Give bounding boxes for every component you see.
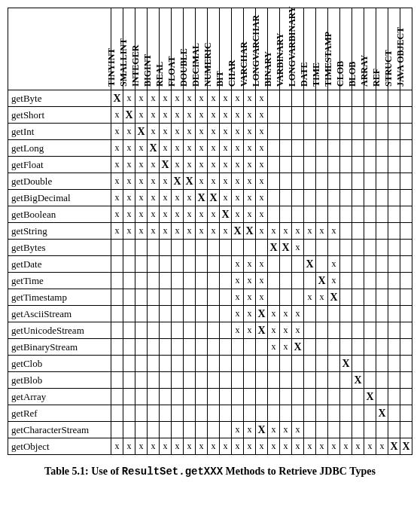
data-cell: x bbox=[196, 124, 208, 140]
data-cell: x bbox=[244, 190, 256, 206]
table-row: getClobX bbox=[8, 356, 412, 372]
data-cell bbox=[135, 240, 148, 256]
data-cell: x bbox=[220, 107, 232, 124]
data-cell bbox=[316, 240, 328, 256]
data-cell bbox=[352, 306, 364, 322]
data-cell bbox=[208, 422, 220, 438]
data-cell bbox=[184, 339, 196, 356]
column-label: VARCHAR bbox=[239, 41, 250, 87]
data-cell bbox=[364, 422, 376, 438]
data-cell: x bbox=[208, 173, 220, 190]
data-cell: x bbox=[208, 140, 220, 157]
data-cell: x bbox=[244, 289, 256, 306]
data-cell bbox=[400, 289, 412, 306]
data-cell: x bbox=[196, 140, 208, 157]
data-cell bbox=[328, 107, 340, 124]
data-cell bbox=[316, 422, 328, 438]
data-cell: x bbox=[172, 438, 184, 455]
data-cell: x bbox=[148, 438, 160, 455]
data-cell bbox=[172, 339, 184, 356]
data-cell bbox=[208, 372, 220, 389]
data-cell: x bbox=[220, 124, 232, 140]
data-cell bbox=[364, 339, 376, 356]
data-cell bbox=[328, 206, 340, 223]
data-cell: x bbox=[111, 157, 123, 173]
data-cell bbox=[352, 140, 364, 157]
data-cell: x bbox=[160, 173, 172, 190]
data-cell bbox=[148, 240, 160, 256]
data-cell: x bbox=[256, 124, 268, 140]
data-cell: x bbox=[135, 223, 148, 240]
column-header: JAVA OBJECT bbox=[400, 8, 412, 90]
data-cell: x bbox=[256, 256, 268, 273]
data-cell bbox=[220, 422, 232, 438]
data-cell: x bbox=[208, 157, 220, 173]
data-cell: X bbox=[376, 405, 388, 422]
data-cell bbox=[328, 140, 340, 157]
data-cell: x bbox=[376, 438, 388, 455]
data-cell: x bbox=[232, 173, 244, 190]
column-label: SMALLINT bbox=[118, 38, 129, 87]
data-cell: x bbox=[244, 206, 256, 223]
corner-cell bbox=[8, 8, 111, 90]
data-cell bbox=[220, 389, 232, 405]
data-cell bbox=[160, 356, 172, 372]
data-cell: x bbox=[123, 124, 135, 140]
data-cell bbox=[388, 140, 400, 157]
data-cell bbox=[148, 306, 160, 322]
data-cell bbox=[172, 389, 184, 405]
data-cell bbox=[364, 206, 376, 223]
data-cell bbox=[376, 140, 388, 157]
table-row: getBinaryStreamxxX bbox=[8, 339, 412, 356]
data-cell bbox=[268, 273, 280, 289]
data-cell bbox=[400, 240, 412, 256]
data-cell bbox=[172, 289, 184, 306]
data-cell: x bbox=[328, 223, 340, 240]
data-cell bbox=[388, 173, 400, 190]
data-cell bbox=[232, 372, 244, 389]
data-cell bbox=[123, 405, 135, 422]
data-cell: x bbox=[184, 223, 196, 240]
data-cell bbox=[328, 389, 340, 405]
data-cell: x bbox=[172, 223, 184, 240]
data-cell bbox=[400, 206, 412, 223]
data-cell: X bbox=[220, 206, 232, 223]
data-cell bbox=[400, 322, 412, 339]
data-cell bbox=[280, 372, 292, 389]
data-cell bbox=[148, 372, 160, 389]
table-row: getBytesXXx bbox=[8, 240, 412, 256]
data-cell: X bbox=[364, 389, 376, 405]
data-cell bbox=[352, 422, 364, 438]
data-cell bbox=[316, 124, 328, 140]
row-header: getObject bbox=[8, 438, 111, 455]
data-cell bbox=[304, 422, 316, 438]
data-cell bbox=[196, 256, 208, 273]
data-cell: x bbox=[208, 107, 220, 124]
data-cell bbox=[268, 90, 280, 107]
data-cell bbox=[256, 372, 268, 389]
data-cell bbox=[292, 405, 304, 422]
data-cell bbox=[196, 405, 208, 422]
data-cell: x bbox=[244, 157, 256, 173]
data-cell bbox=[316, 157, 328, 173]
data-cell: x bbox=[184, 140, 196, 157]
data-cell bbox=[340, 124, 352, 140]
data-cell: X bbox=[328, 289, 340, 306]
data-cell bbox=[292, 190, 304, 206]
data-cell: x bbox=[244, 173, 256, 190]
data-cell bbox=[364, 405, 376, 422]
data-cell bbox=[172, 356, 184, 372]
data-cell: x bbox=[244, 256, 256, 273]
data-cell bbox=[220, 256, 232, 273]
data-cell bbox=[352, 173, 364, 190]
data-cell: x bbox=[256, 107, 268, 124]
data-cell bbox=[364, 372, 376, 389]
data-cell bbox=[280, 107, 292, 124]
column-label: VARBINARY bbox=[275, 33, 286, 87]
data-cell bbox=[268, 157, 280, 173]
column-label: FLOAT bbox=[166, 56, 178, 87]
data-cell: x bbox=[148, 190, 160, 206]
data-cell bbox=[268, 107, 280, 124]
column-label: BIT bbox=[215, 71, 226, 87]
data-cell bbox=[376, 206, 388, 223]
